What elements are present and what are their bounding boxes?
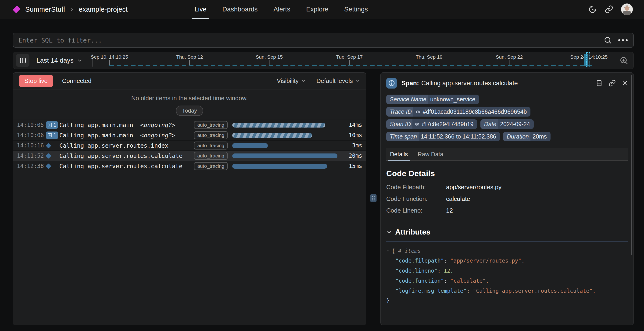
- service-name-badge: Service Name unknown_service: [386, 94, 479, 104]
- chevron-down-icon: [355, 78, 360, 84]
- span-link-icon[interactable]: [414, 122, 420, 127]
- log-row[interactable]: 14:12:38 Calling app.server.routes.calcu…: [13, 161, 366, 171]
- timeline-selection-marker[interactable]: [586, 52, 590, 67]
- timeline-activity-sparkline[interactable]: [109, 65, 594, 66]
- timeline-tick: Sun, Sep 15: [256, 54, 283, 65]
- timeline-tick: Sep 10, 14:10:25: [91, 54, 128, 65]
- detail-tabs: Details Raw Data: [386, 148, 628, 161]
- timeline-tick: Sun, Sep 22: [496, 54, 523, 65]
- attributes-section-header[interactable]: Attributes: [386, 228, 628, 236]
- row-duration: 20ms: [342, 152, 362, 159]
- row-duration: 14ms: [342, 122, 362, 128]
- duration-bar: [232, 164, 327, 169]
- expand-children-badge[interactable]: + 1: [46, 121, 58, 129]
- sidebar-toggle-icon[interactable]: [16, 54, 30, 67]
- user-avatar[interactable]: [621, 4, 633, 15]
- row-timestamp: 14:10:16: [17, 142, 46, 149]
- nav-actions: [588, 4, 633, 15]
- stop-live-button[interactable]: Stop live: [19, 75, 53, 87]
- row-message: Calling app.server.routes.index: [59, 142, 168, 149]
- time-range-dropdown[interactable]: Last 14 days: [36, 57, 82, 64]
- trace-link-icon[interactable]: [416, 109, 420, 114]
- row-icon: + 1: [46, 121, 59, 129]
- logfire-logo-icon[interactable]: [13, 6, 20, 13]
- tab-live[interactable]: Live: [186, 0, 214, 19]
- row-message: Calling app.server.routes.calculate: [59, 152, 182, 159]
- expand-children-badge[interactable]: + 1: [46, 132, 58, 139]
- row-tag: auto_tracing: [194, 152, 228, 160]
- project-name[interactable]: example-project: [79, 6, 128, 13]
- row-tag: auto_tracing: [194, 121, 228, 129]
- date-badge: Date 2024-09-24: [480, 119, 534, 129]
- theme-toggle-moon-icon[interactable]: [588, 5, 597, 14]
- close-icon[interactable]: [622, 80, 628, 86]
- divider: [386, 241, 628, 242]
- code-details-heading: Code Details: [386, 169, 628, 178]
- breadcrumb-chevron-icon: [70, 7, 74, 12]
- nav-tabs: Live Dashboards Alerts Explore Settings: [186, 0, 376, 19]
- sql-filter-input[interactable]: [16, 37, 604, 44]
- org-name[interactable]: SummerStuff: [25, 6, 65, 13]
- panel-resize-handle[interactable]: [370, 194, 376, 202]
- copy-link-icon[interactable]: [609, 80, 616, 87]
- zoom-in-icon[interactable]: [620, 56, 628, 65]
- span-diamond-icon: [46, 143, 51, 148]
- json-collapse-icon[interactable]: [386, 249, 390, 253]
- time-range-label: Last 14 days: [36, 57, 74, 64]
- scrollbar-thumb[interactable]: [631, 75, 632, 255]
- timeline-tick: Thu, Sep 12: [176, 54, 203, 65]
- chevron-down-icon: [301, 78, 306, 84]
- tab-settings[interactable]: Settings: [336, 0, 376, 19]
- json-root-line: { 4 items: [386, 246, 628, 256]
- collapse-chevron-icon[interactable]: [386, 229, 392, 235]
- more-options-ellipsis-icon[interactable]: [618, 39, 628, 41]
- tab-dashboards[interactable]: Dashboards: [214, 0, 266, 19]
- search-icon[interactable]: [604, 36, 612, 44]
- timeline-tick: Tue, Sep 17: [336, 54, 363, 65]
- duration-bar: [232, 123, 325, 128]
- child-count: 1: [53, 122, 56, 128]
- span-title: Span:Calling app.server.routes.calculate: [402, 80, 518, 87]
- duration-bar-track: [232, 164, 342, 169]
- tab-alerts[interactable]: Alerts: [266, 0, 298, 19]
- duration-bar-track: [232, 154, 342, 158]
- json-entry: "code.filepath":"app/server/routes.py",: [395, 256, 628, 266]
- row-duration: 10ms: [342, 132, 362, 138]
- time-span-badge: Time span 14:11:52.366 to 14:11:52.386: [386, 132, 500, 141]
- duration-bar: [232, 154, 338, 158]
- today-button[interactable]: Today: [176, 106, 203, 116]
- tab-raw-data[interactable]: Raw Data: [417, 148, 444, 160]
- log-row[interactable]: 14:10:05 + 1 Calling app.main.main <ongo…: [13, 120, 366, 130]
- split-view-icon[interactable]: [596, 80, 603, 87]
- breadcrumb: SummerStuff example-project: [14, 6, 128, 13]
- span-id-badge: Span ID #f7c8e294f7489b19: [386, 119, 477, 129]
- duration-bar: [232, 143, 268, 148]
- row-timestamp: 14:10:06: [17, 132, 46, 138]
- timeline-track[interactable]: Sep 10, 14:10:25 Thu, Sep 12 Sun, Sep 15…: [93, 52, 614, 69]
- live-list-header: Stop live Connected Visibility Default l…: [13, 73, 366, 90]
- json-entry: "logfire.msg_template":"Calling app.serv…: [395, 286, 628, 296]
- tab-explore[interactable]: Explore: [298, 0, 336, 19]
- span-meta-badges: Service Name unknown_service Trace ID #d…: [386, 94, 628, 141]
- log-row[interactable]: 14:10:06 + 1 Calling app.main.main <ongo…: [13, 130, 366, 140]
- row-duration: 3ms: [342, 142, 362, 149]
- code-details-list: Code Filepath:app/server/routes.py Code …: [386, 184, 628, 214]
- span-title-prefix: Span:: [402, 80, 419, 87]
- child-count: 1: [53, 132, 56, 138]
- default-levels-dropdown[interactable]: Default levels: [316, 77, 360, 84]
- visibility-dropdown[interactable]: Visibility: [277, 77, 306, 84]
- log-row-selected[interactable]: 14:11:52 Calling app.server.routes.calcu…: [13, 150, 366, 161]
- row-icon: [46, 154, 59, 158]
- log-row[interactable]: 14:10:16 Calling app.server.routes.index…: [13, 140, 366, 150]
- panel-gutter: [366, 72, 380, 325]
- plus-square-icon: +: [48, 123, 52, 127]
- tab-details[interactable]: Details: [390, 148, 408, 160]
- row-timestamp: 14:11:52: [17, 152, 46, 159]
- live-page: Last 14 days Sep 10, 14:10:25 Thu, Sep 1…: [0, 33, 644, 325]
- timeline-tick: Thu, Sep 19: [416, 54, 442, 65]
- share-link-icon[interactable]: [605, 5, 613, 14]
- duration-bar-track: [232, 133, 342, 138]
- duration-bar: [232, 133, 312, 138]
- code-function-row: Code Function:calculate: [386, 195, 628, 202]
- connection-status: Connected: [62, 77, 92, 84]
